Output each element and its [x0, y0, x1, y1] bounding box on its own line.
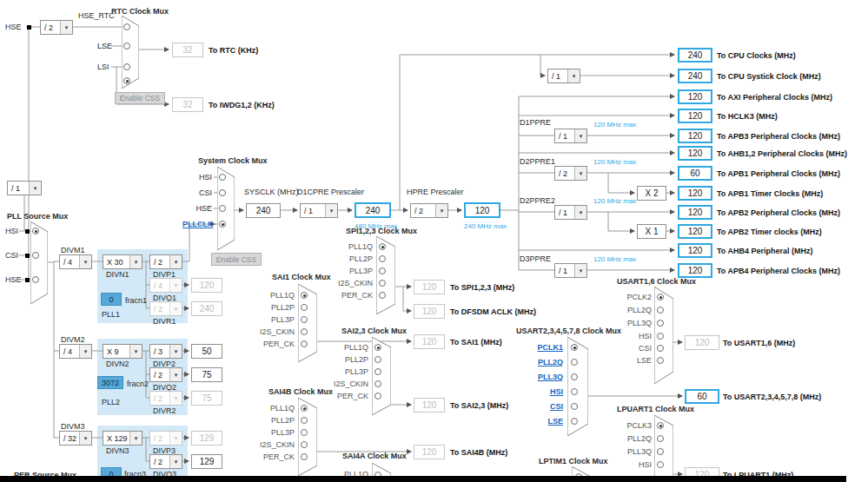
divm1-select[interactable]: / 4▾ — [59, 254, 92, 269]
mux-input-radio[interactable] — [571, 403, 578, 410]
mux-input-radio-selected[interactable] — [123, 77, 130, 84]
lsi-label: LSI — [97, 63, 109, 71]
divr1-label: DIVR1 — [153, 317, 176, 326]
mux-input-radio[interactable] — [123, 23, 130, 30]
mux-input-radio[interactable] — [379, 280, 386, 287]
mux-input-radio[interactable] — [301, 316, 308, 323]
fracn1-field[interactable]: 0 — [101, 293, 122, 306]
usart2-input-pll2q-link[interactable]: PLL2Q — [518, 358, 563, 366]
mux-input-radio[interactable] — [301, 417, 308, 424]
mux-input-radio[interactable] — [571, 373, 578, 380]
mux-input-radio[interactable] — [379, 255, 386, 262]
mux-input-radio[interactable] — [301, 340, 308, 347]
divq3-select[interactable]: / 2▾ — [149, 454, 182, 469]
rtc-hse-divider-select[interactable]: / 2▾ — [40, 20, 73, 35]
cpu-clocks-value[interactable]: 240 — [678, 48, 712, 63]
usart2-input-csi-link[interactable]: CSI — [518, 402, 563, 411]
mux-input-radio-selected[interactable] — [32, 228, 39, 234]
divn1-select[interactable]: X 30▾ — [103, 254, 142, 269]
usart2-clock-value[interactable]: 60 — [685, 389, 719, 404]
d1cpre-value[interactable]: 240 — [354, 202, 391, 218]
divn3-select[interactable]: X 129▾ — [103, 431, 142, 446]
mux-input-radio[interactable] — [374, 368, 381, 375]
sys-enable-css-button[interactable]: Enable CSS — [211, 253, 262, 266]
pll3q-value[interactable]: 129 — [191, 454, 222, 469]
pll-input-hse-label: HSE — [5, 275, 22, 284]
mux-input-radio[interactable] — [301, 429, 308, 436]
mux-input-radio[interactable] — [379, 267, 386, 274]
mux-input-radio[interactable] — [32, 252, 39, 259]
axi-clock-value[interactable]: 120 — [678, 89, 712, 104]
mux-input-radio[interactable] — [301, 441, 308, 448]
mux-input-radio[interactable] — [571, 359, 578, 366]
hpre-value[interactable]: 120 — [464, 202, 500, 218]
mux-input-radio[interactable] — [571, 388, 578, 395]
mux-input-radio[interactable] — [657, 448, 664, 455]
divn2-select[interactable]: X 9▾ — [103, 344, 142, 359]
mux-input-radio-selected[interactable] — [657, 422, 664, 429]
mux-input-radio[interactable] — [657, 461, 664, 468]
mux-input-radio[interactable] — [374, 380, 381, 387]
mux-input-radio[interactable] — [123, 43, 130, 50]
mux-input-radio[interactable] — [374, 393, 381, 399]
divq2-select[interactable]: / 2▾ — [149, 367, 182, 382]
mux-input-radio-selected[interactable] — [571, 344, 578, 351]
hsi-divider-select[interactable]: / 1▾ — [7, 181, 42, 195]
mux-input-radio[interactable] — [657, 345, 664, 352]
mux-input-radio-selected[interactable] — [657, 294, 664, 300]
rtc-enable-css-button[interactable]: Enable CSS — [115, 92, 165, 104]
pll2q-value[interactable]: 75 — [191, 367, 222, 382]
usart2-input-pclk1-link[interactable]: PCLK1 — [518, 343, 563, 352]
mux-input-radio[interactable] — [657, 320, 664, 327]
mux-input-radio[interactable] — [219, 205, 226, 212]
apb3-clock-value[interactable]: 120 — [678, 129, 712, 143]
divp2-select[interactable]: / 3▾ — [149, 344, 182, 359]
mux-input-radio[interactable] — [301, 328, 308, 335]
mux-input-radio[interactable] — [219, 189, 226, 196]
mux-input-radio[interactable] — [657, 357, 664, 364]
divm3-select[interactable]: / 32▾ — [59, 431, 92, 446]
d2ppre2-select[interactable]: / 1▾ — [554, 205, 587, 220]
mux-input-radio[interactable] — [219, 174, 226, 181]
mux-input-radio[interactable] — [32, 276, 39, 283]
apb1-timer-value[interactable]: 120 — [678, 186, 712, 201]
hpre-select[interactable]: / 2▾ — [410, 203, 448, 218]
mux-input-radio-selected[interactable] — [301, 292, 308, 299]
mux-input-radio-selected[interactable] — [379, 243, 386, 250]
systick-divider-select[interactable]: / 1▾ — [547, 69, 580, 83]
usart2-input-pll3q-link[interactable]: PLL3Q — [518, 373, 563, 381]
d3ppre-select[interactable]: / 1▾ — [554, 263, 587, 278]
mux-input-radio[interactable] — [657, 333, 664, 340]
usart2-input-hsi-link[interactable]: HSI — [518, 387, 563, 396]
mux-input-radio[interactable] — [657, 435, 664, 442]
spi123-mux-title: SPI1,2,3 Clock Mux — [346, 227, 417, 235]
mux-input-radio[interactable] — [379, 292, 386, 299]
d1ppre-select[interactable]: / 1▾ — [554, 129, 587, 143]
mux-input-radio[interactable] — [301, 304, 308, 311]
d1cpre-select[interactable]: / 1▾ — [300, 203, 338, 218]
apb2-timer-value[interactable]: 120 — [678, 224, 712, 239]
mux-input-radio-selected[interactable] — [301, 405, 308, 412]
sys-input-pllclk-link[interactable]: PLLCLK — [182, 220, 212, 228]
apb1-clock-value[interactable]: 60 — [678, 166, 712, 181]
apb2-clock-value[interactable]: 120 — [678, 205, 712, 220]
mux-input-radio-selected[interactable] — [219, 221, 226, 228]
mux-input-radio[interactable] — [571, 418, 578, 425]
ahb12-clock-value[interactable]: 120 — [678, 146, 712, 161]
mux-input-radio-selected[interactable] — [374, 344, 381, 351]
usart2-input-lse-link[interactable]: LSE — [518, 417, 563, 426]
ahb4-clock-value[interactable]: 120 — [678, 243, 712, 258]
divm2-select[interactable]: / 4▾ — [59, 344, 92, 359]
mux-input-radio[interactable] — [123, 63, 130, 70]
hclk3-value[interactable]: 120 — [678, 109, 712, 123]
mux-input-radio[interactable] — [374, 356, 381, 363]
apb4-clock-value[interactable]: 120 — [678, 263, 712, 278]
usart16-input-label: PCLK2 — [610, 293, 652, 301]
systick-clock-value[interactable]: 240 — [678, 69, 712, 83]
pll2p-value[interactable]: 50 — [191, 344, 222, 359]
d2ppre1-select[interactable]: / 2▾ — [554, 166, 587, 181]
mux-input-radio[interactable] — [301, 453, 308, 460]
fracn2-field[interactable]: 3072 — [97, 376, 123, 389]
divp1-select[interactable]: / 2▾ — [149, 254, 182, 269]
mux-input-radio[interactable] — [657, 307, 664, 314]
